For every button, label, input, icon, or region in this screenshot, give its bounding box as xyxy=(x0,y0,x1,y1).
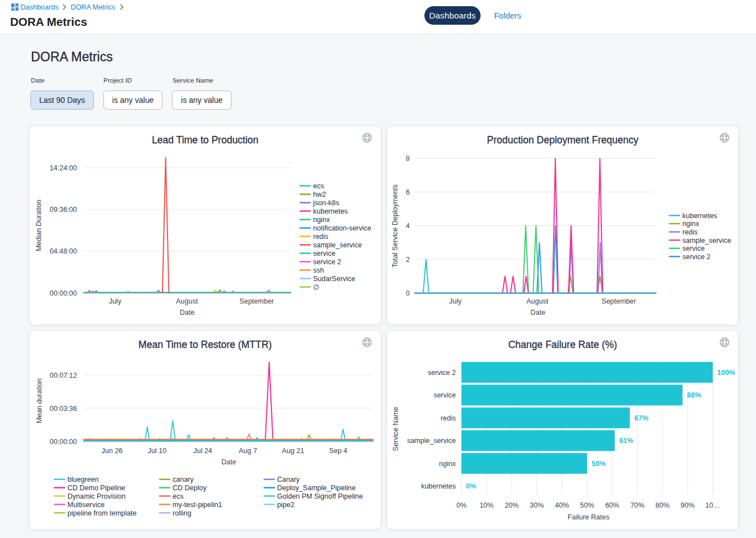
svg-text:50%: 50% xyxy=(580,501,594,509)
svg-text:00:07:12: 00:07:12 xyxy=(49,372,77,379)
svg-text:canary: canary xyxy=(173,476,194,483)
svg-text:service 2: service 2 xyxy=(682,253,710,261)
svg-text:my-test-pipelin1: my-test-pipelin1 xyxy=(173,501,222,509)
svg-text:json-k8s: json-k8s xyxy=(313,199,339,207)
svg-text:Date: Date xyxy=(221,458,236,466)
svg-text:notification-service: notification-service xyxy=(313,224,372,232)
svg-text:67%: 67% xyxy=(634,414,648,422)
svg-text:10%: 10% xyxy=(479,501,494,509)
svg-text:sample_service: sample_service xyxy=(407,437,456,445)
svg-text:August: August xyxy=(526,297,548,305)
svg-text:sample_service: sample_service xyxy=(313,241,362,249)
svg-text:CD Demo Pipeline: CD Demo Pipeline xyxy=(67,484,125,492)
svg-text:88%: 88% xyxy=(687,391,701,399)
svg-text:service: service xyxy=(313,250,336,257)
svg-text:service: service xyxy=(682,245,705,252)
svg-text:Sep 4: Sep 4 xyxy=(329,447,347,455)
svg-text:Golden PM Signoff Pipeline: Golden PM Signoff Pipeline xyxy=(277,492,363,500)
svg-text:sample_service: sample_service xyxy=(682,237,731,245)
svg-text:nginx: nginx xyxy=(682,220,700,228)
svg-text:Jul 10: Jul 10 xyxy=(148,447,166,455)
svg-text:0%: 0% xyxy=(456,501,467,509)
svg-text:bluegreen: bluegreen xyxy=(67,476,99,483)
svg-text:Service Name: Service Name xyxy=(392,407,400,451)
svg-text:00:00:00: 00:00:00 xyxy=(49,438,77,446)
svg-text:kubernetes: kubernetes xyxy=(682,212,717,220)
svg-text:10…: 10… xyxy=(705,501,720,509)
svg-text:∅: ∅ xyxy=(313,283,319,291)
svg-text:July: July xyxy=(109,297,122,305)
svg-text:rolling: rolling xyxy=(173,509,191,517)
svg-text:nginx: nginx xyxy=(439,460,456,468)
svg-text:Multiservice: Multiservice xyxy=(67,501,105,509)
svg-text:Total Service Deployments: Total Service Deployments xyxy=(391,184,399,268)
svg-text:redis: redis xyxy=(313,233,328,241)
svg-text:service 2: service 2 xyxy=(313,258,341,266)
svg-text:Mean Time to Restore (MTTR): Mean Time to Restore (MTTR) xyxy=(138,339,271,350)
svg-text:pipeline from template: pipeline from template xyxy=(67,509,137,517)
svg-text:Date: Date xyxy=(180,309,194,317)
svg-text:redis: redis xyxy=(441,414,456,422)
svg-text:6: 6 xyxy=(406,188,410,196)
svg-text:80%: 80% xyxy=(655,501,669,509)
svg-text:Change Failure Rate (%): Change Failure Rate (%) xyxy=(508,339,617,350)
svg-text:July: July xyxy=(449,297,462,305)
svg-text:September: September xyxy=(601,297,636,305)
svg-text:ecs: ecs xyxy=(173,492,183,500)
svg-text:20%: 20% xyxy=(505,501,519,509)
svg-text:70%: 70% xyxy=(630,501,644,509)
svg-text:Failure Rates: Failure Rates xyxy=(568,513,609,521)
svg-text:30%: 30% xyxy=(530,501,544,509)
svg-text:Lead Time to Production: Lead Time to Production xyxy=(152,134,259,146)
svg-text:CD Deploy: CD Deploy xyxy=(173,484,207,492)
svg-text:4: 4 xyxy=(406,222,410,230)
svg-text:Mean duration: Mean duration xyxy=(35,378,43,423)
svg-text:00:03:36: 00:03:36 xyxy=(49,405,77,413)
svg-text:Date: Date xyxy=(531,309,545,317)
svg-text:60%: 60% xyxy=(605,501,619,509)
svg-text:kubernetes: kubernetes xyxy=(313,207,348,215)
svg-text:ssh: ssh xyxy=(313,266,324,274)
svg-text:14:24:00: 14:24:00 xyxy=(49,164,77,172)
svg-text:Dynamic Provision: Dynamic Provision xyxy=(67,492,126,500)
svg-text:Canary: Canary xyxy=(277,476,300,483)
svg-text:2: 2 xyxy=(406,256,410,264)
svg-text:kubernetes: kubernetes xyxy=(421,482,456,490)
svg-text:pipe2: pipe2 xyxy=(277,501,295,509)
svg-text:50%: 50% xyxy=(592,460,606,468)
svg-text:Jun 26: Jun 26 xyxy=(102,447,123,455)
svg-text:hw2: hw2 xyxy=(313,191,326,198)
svg-text:September: September xyxy=(239,297,274,305)
svg-text:ecs: ecs xyxy=(313,182,324,190)
svg-text:redis: redis xyxy=(682,228,698,236)
svg-text:61%: 61% xyxy=(619,437,633,445)
svg-text:SudarService: SudarService xyxy=(313,275,355,283)
svg-text:100%: 100% xyxy=(717,369,735,377)
svg-text:Jul 24: Jul 24 xyxy=(193,447,212,455)
svg-text:0%: 0% xyxy=(466,482,476,490)
svg-text:8: 8 xyxy=(406,155,410,162)
svg-text:0: 0 xyxy=(406,290,410,297)
svg-text:Median Duration: Median Duration xyxy=(35,200,43,251)
svg-text:90%: 90% xyxy=(681,501,695,509)
svg-text:Deploy_Sample_Pipeline: Deploy_Sample_Pipeline xyxy=(277,484,356,492)
svg-text:service: service xyxy=(433,391,456,399)
svg-text:service 2: service 2 xyxy=(428,369,456,377)
svg-text:09:36:00: 09:36:00 xyxy=(49,206,77,214)
svg-text:00:00:00: 00:00:00 xyxy=(49,290,77,297)
svg-text:Aug 21: Aug 21 xyxy=(282,447,305,455)
svg-text:04:48:00: 04:48:00 xyxy=(49,247,77,255)
svg-text:Production Deployment Frequenc: Production Deployment Frequency xyxy=(487,134,639,146)
svg-text:Aug 7: Aug 7 xyxy=(239,447,257,455)
svg-text:August: August xyxy=(176,297,198,305)
svg-text:nginx: nginx xyxy=(313,216,331,224)
svg-text:40%: 40% xyxy=(555,501,569,509)
